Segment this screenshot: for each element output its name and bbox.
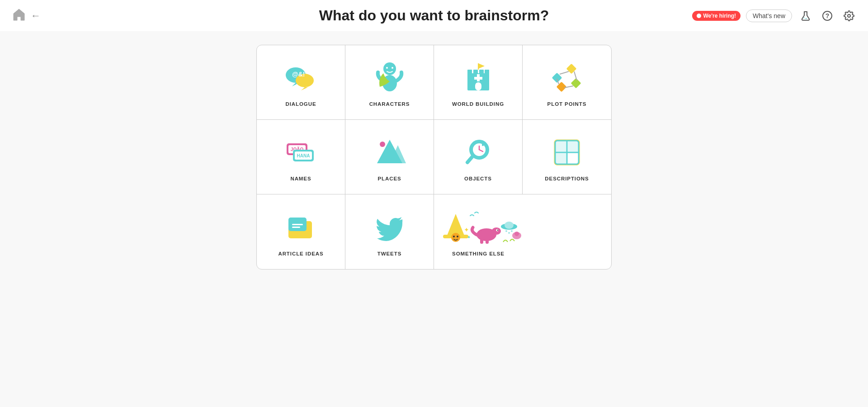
svg-marker-10 bbox=[301, 87, 308, 90]
svg-point-14 bbox=[386, 67, 388, 69]
dialogue-icon: @&! bbox=[283, 60, 319, 96]
svg-point-0 bbox=[697, 14, 701, 18]
characters-label: CHARACTERS bbox=[369, 101, 410, 107]
svg-rect-20 bbox=[485, 70, 489, 76]
places-label: PLACES bbox=[377, 176, 401, 181]
svg-rect-55 bbox=[555, 153, 566, 164]
svg-rect-19 bbox=[479, 70, 484, 76]
descriptions-icon bbox=[549, 134, 585, 170]
svg-text:✦: ✦ bbox=[467, 235, 471, 240]
svg-rect-23 bbox=[475, 82, 481, 90]
svg-text:?: ? bbox=[826, 12, 830, 19]
tweets-label: TWEETS bbox=[377, 251, 401, 256]
grid-item-names[interactable]: JOÃO HANA NAMES bbox=[257, 120, 345, 194]
svg-text:HANA: HANA bbox=[297, 153, 310, 158]
grid-item-places[interactable]: PLACES bbox=[345, 120, 434, 194]
names-label: NAMES bbox=[290, 176, 311, 181]
names-icon: JOÃO HANA bbox=[283, 134, 319, 170]
svg-line-44 bbox=[467, 156, 473, 162]
places-icon bbox=[372, 134, 408, 170]
svg-point-80 bbox=[514, 232, 519, 236]
flask-icon-button[interactable] bbox=[797, 8, 814, 24]
objects-label: OBJECTS bbox=[464, 176, 492, 181]
grid-item-characters[interactable]: CHARACTERS bbox=[345, 45, 434, 120]
something-else-icon: ✦ ✦ bbox=[433, 209, 524, 246]
svg-point-15 bbox=[392, 67, 393, 69]
whats-new-button[interactable]: What's new bbox=[746, 9, 792, 22]
svg-rect-54 bbox=[555, 141, 566, 151]
svg-point-63 bbox=[451, 233, 460, 242]
header-right: We're hiring! What's new ? bbox=[692, 8, 857, 24]
svg-rect-29 bbox=[557, 82, 567, 92]
tweets-icon bbox=[372, 209, 408, 246]
grid-item-tweets[interactable]: TWEETS bbox=[345, 194, 434, 269]
page-title: What do you want to brainstorm? bbox=[319, 7, 549, 24]
world-building-icon bbox=[460, 60, 496, 96]
grid-item-objects[interactable]: OBJECTS bbox=[434, 120, 523, 194]
svg-rect-48 bbox=[482, 142, 484, 146]
world-building-label: WORLD BUILDING bbox=[452, 101, 504, 107]
svg-point-65 bbox=[457, 236, 458, 237]
grid-item-dialogue[interactable]: @&! DIALOGUE bbox=[257, 45, 345, 120]
svg-text:✦: ✦ bbox=[464, 226, 469, 233]
svg-point-77 bbox=[508, 232, 510, 234]
article-ideas-icon bbox=[283, 209, 319, 246]
svg-rect-28 bbox=[571, 78, 581, 89]
header: ← What do you want to brainstorm? We're … bbox=[0, 0, 868, 31]
article-ideas-label: ARTICLE IDEAS bbox=[278, 251, 323, 256]
svg-text:@&!: @&! bbox=[292, 71, 305, 78]
help-icon-button[interactable]: ? bbox=[819, 8, 835, 24]
svg-point-42 bbox=[380, 142, 385, 147]
svg-rect-22 bbox=[474, 77, 482, 80]
header-left: ← bbox=[11, 7, 41, 25]
descriptions-label: DESCRIPTIONS bbox=[545, 176, 589, 181]
brainstorm-grid: @&! DIALOGUE bbox=[256, 45, 612, 270]
svg-marker-25 bbox=[478, 63, 485, 69]
svg-rect-71 bbox=[486, 238, 489, 244]
settings-icon-button[interactable] bbox=[841, 8, 857, 24]
svg-point-64 bbox=[453, 236, 455, 237]
svg-point-12 bbox=[383, 62, 396, 75]
grid-item-plot-points[interactable]: PLOT POINTS bbox=[523, 45, 611, 120]
objects-icon bbox=[460, 134, 496, 170]
svg-rect-17 bbox=[467, 70, 472, 76]
grid-item-world-building[interactable]: WORLD BUILDING bbox=[434, 45, 523, 120]
svg-point-75 bbox=[505, 222, 514, 229]
svg-point-69 bbox=[492, 227, 501, 235]
dialogue-label: DIALOGUE bbox=[285, 101, 316, 107]
svg-rect-56 bbox=[568, 141, 579, 151]
svg-point-76 bbox=[505, 230, 507, 232]
svg-rect-60 bbox=[292, 227, 300, 228]
svg-point-6 bbox=[848, 14, 850, 17]
svg-point-78 bbox=[511, 230, 513, 232]
home-icon[interactable] bbox=[11, 7, 27, 25]
svg-rect-70 bbox=[480, 238, 483, 244]
grid-item-descriptions[interactable]: DESCRIPTIONS bbox=[523, 120, 611, 194]
plot-points-label: PLOT POINTS bbox=[547, 101, 587, 107]
back-arrow-icon[interactable]: ← bbox=[31, 10, 41, 22]
hiring-badge[interactable]: We're hiring! bbox=[692, 11, 741, 21]
svg-point-3 bbox=[806, 18, 807, 19]
plot-points-icon bbox=[549, 60, 585, 96]
grid-item-article-ideas[interactable]: ARTICLE IDEAS bbox=[257, 194, 345, 269]
grid-item-something-else[interactable]: ✦ ✦ bbox=[434, 194, 523, 269]
svg-point-73 bbox=[497, 229, 498, 230]
svg-point-2 bbox=[804, 17, 805, 18]
svg-line-30 bbox=[560, 71, 569, 74]
svg-rect-27 bbox=[566, 64, 577, 74]
something-else-label: SOMETHING ELSE bbox=[452, 251, 505, 256]
main-content: @&! DIALOGUE bbox=[0, 31, 868, 283]
characters-icon bbox=[372, 60, 408, 96]
svg-rect-59 bbox=[292, 224, 303, 225]
